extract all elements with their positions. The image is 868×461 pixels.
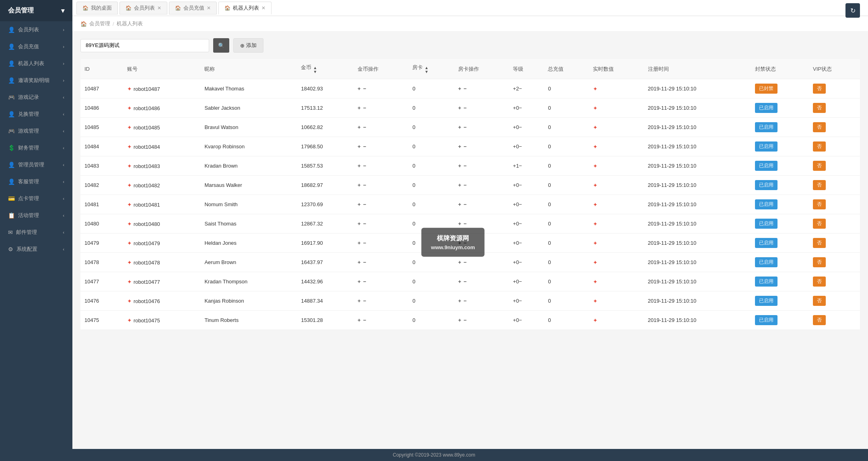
cell-ban-0[interactable]: 已封禁 <box>751 79 809 98</box>
room-add-7[interactable]: + <box>458 221 461 227</box>
coin-sub-8[interactable]: − <box>363 240 366 246</box>
realtime-edit-icon-6[interactable]: ✦ <box>593 201 598 208</box>
cell-ban-11[interactable]: 已启用 <box>751 291 809 311</box>
cell-room-op-11[interactable]: + − <box>454 291 509 311</box>
cell-vip-2[interactable]: 否 <box>809 118 860 137</box>
ban-status-btn-1[interactable]: 已启用 <box>755 103 777 113</box>
coin-add-4[interactable]: + <box>358 163 361 169</box>
realtime-edit-icon-2[interactable]: ✦ <box>593 124 598 131</box>
cell-level-12[interactable]: +0− <box>509 311 544 330</box>
cell-room-op-10[interactable]: + − <box>454 272 509 291</box>
cell-room-op-12[interactable]: + − <box>454 311 509 330</box>
room-sub-0[interactable]: − <box>464 86 467 92</box>
cell-vip-8[interactable]: 否 <box>809 234 860 253</box>
ban-status-btn-10[interactable]: 已启用 <box>755 277 777 287</box>
sidebar-item-member-list[interactable]: 👤 会员列表 › <box>0 21 72 38</box>
sidebar-item-admin-mgr[interactable]: 👤 管理员管理 ‹ <box>0 156 72 173</box>
coin-sub-12[interactable]: − <box>363 317 366 323</box>
refresh-button[interactable]: ↻ <box>845 3 860 18</box>
cell-room-op-6[interactable]: + − <box>454 195 509 214</box>
add-button[interactable]: ⊕ 添加 <box>233 38 263 53</box>
room-add-12[interactable]: + <box>458 317 461 323</box>
cell-coin-op-1[interactable]: + − <box>354 98 408 118</box>
tab-close-robot-list[interactable]: ✕ <box>261 5 265 11</box>
coin-add-5[interactable]: + <box>358 182 361 188</box>
ban-status-btn-9[interactable]: 已启用 <box>755 257 777 267</box>
coin-sub-11[interactable]: − <box>363 298 366 304</box>
cell-level-2[interactable]: +0− <box>509 118 544 137</box>
coin-add-3[interactable]: + <box>358 143 361 150</box>
cell-vip-11[interactable]: 否 <box>809 291 860 311</box>
room-sub-1[interactable]: − <box>464 105 467 111</box>
cell-level-11[interactable]: +0− <box>509 291 544 311</box>
cell-coin-op-4[interactable]: + − <box>354 156 408 176</box>
coin-sub-9[interactable]: − <box>363 259 366 265</box>
vip-status-btn-3[interactable]: 否 <box>813 141 826 152</box>
cell-coin-op-5[interactable]: + − <box>354 176 408 195</box>
cell-realtime-10[interactable]: ✦ <box>589 272 644 291</box>
ban-status-btn-11[interactable]: 已启用 <box>755 296 777 306</box>
cell-coin-op-3[interactable]: + − <box>354 137 408 156</box>
cell-coin-op-10[interactable]: + − <box>354 272 408 291</box>
sidebar-item-mail-mgr[interactable]: ✉ 邮件管理 ‹ <box>0 224 72 241</box>
cell-coin-op-12[interactable]: + − <box>354 311 408 330</box>
cell-room-op-1[interactable]: + − <box>454 98 509 118</box>
sidebar-item-game-mgr[interactable]: 🎮 游戏管理 ‹ <box>0 123 72 139</box>
room-sub-7[interactable]: − <box>464 221 467 227</box>
cell-realtime-3[interactable]: ✦ <box>589 137 644 156</box>
ban-status-btn-4[interactable]: 已启用 <box>755 161 777 171</box>
room-add-6[interactable]: + <box>458 201 461 207</box>
realtime-edit-icon-4[interactable]: ✦ <box>593 163 598 169</box>
coin-add-0[interactable]: + <box>358 86 361 92</box>
sidebar-item-game-record[interactable]: 🎮 游戏记录 ‹ <box>0 89 72 106</box>
realtime-edit-icon-8[interactable]: ✦ <box>593 240 598 246</box>
room-sub-2[interactable]: − <box>464 124 467 130</box>
sidebar-item-card-mgr[interactable]: 💳 点卡管理 ‹ <box>0 190 72 207</box>
tab-close-member-recharge[interactable]: ✕ <box>207 5 211 11</box>
sidebar-item-invite-reward[interactable]: 👤 邀请奖励明细 › <box>0 72 72 89</box>
coin-sub-2[interactable]: − <box>363 124 366 130</box>
cell-room-op-3[interactable]: + − <box>454 137 509 156</box>
ban-status-btn-2[interactable]: 已启用 <box>755 122 777 132</box>
coin-add-12[interactable]: + <box>358 317 361 323</box>
room-add-9[interactable]: + <box>458 259 461 265</box>
vip-status-btn-5[interactable]: 否 <box>813 180 826 190</box>
vip-status-btn-10[interactable]: 否 <box>813 277 826 287</box>
cell-realtime-4[interactable]: ✦ <box>589 156 644 176</box>
cell-ban-3[interactable]: 已启用 <box>751 137 809 156</box>
vip-status-btn-0[interactable]: 否 <box>813 84 826 94</box>
cell-realtime-11[interactable]: ✦ <box>589 291 644 311</box>
cell-coin-op-7[interactable]: + − <box>354 214 408 234</box>
realtime-edit-icon-9[interactable]: ✦ <box>593 259 598 266</box>
vip-status-btn-2[interactable]: 否 <box>813 122 826 132</box>
vip-status-btn-1[interactable]: 否 <box>813 103 826 113</box>
cell-ban-7[interactable]: 已启用 <box>751 214 809 234</box>
cell-ban-2[interactable]: 已启用 <box>751 118 809 137</box>
tab-member-list[interactable]: 🏠 会员列表 ✕ <box>119 2 167 14</box>
cell-ban-4[interactable]: 已启用 <box>751 156 809 176</box>
room-sub-6[interactable]: − <box>464 201 467 207</box>
room-sub-11[interactable]: − <box>464 298 467 304</box>
tab-member-recharge[interactable]: 🏠 会员充值 ✕ <box>169 2 217 14</box>
cell-room-op-9[interactable]: + − <box>454 253 509 272</box>
cell-vip-1[interactable]: 否 <box>809 98 860 118</box>
cell-vip-12[interactable]: 否 <box>809 311 860 330</box>
room-sub-10[interactable]: − <box>464 279 467 285</box>
cell-vip-3[interactable]: 否 <box>809 137 860 156</box>
cell-level-10[interactable]: +0− <box>509 272 544 291</box>
cell-level-9[interactable]: +0− <box>509 253 544 272</box>
cell-realtime-1[interactable]: ✦ <box>589 98 644 118</box>
search-input[interactable] <box>80 39 209 52</box>
cell-coin-op-6[interactable]: + − <box>354 195 408 214</box>
cell-realtime-2[interactable]: ✦ <box>589 118 644 137</box>
ban-status-btn-3[interactable]: 已启用 <box>755 141 777 152</box>
cell-level-3[interactable]: +0− <box>509 137 544 156</box>
tab-robot-list[interactable]: 🏠 机器人列表 ✕ <box>218 2 272 14</box>
coin-sub-7[interactable]: − <box>363 221 366 227</box>
cell-realtime-6[interactable]: ✦ <box>589 195 644 214</box>
cell-level-6[interactable]: +0− <box>509 195 544 214</box>
room-sub-9[interactable]: − <box>464 259 467 265</box>
cell-level-0[interactable]: +2− <box>509 79 544 98</box>
sidebar-item-customer-mgr[interactable]: 👤 客服管理 ‹ <box>0 173 72 190</box>
room-add-8[interactable]: + <box>458 240 461 246</box>
